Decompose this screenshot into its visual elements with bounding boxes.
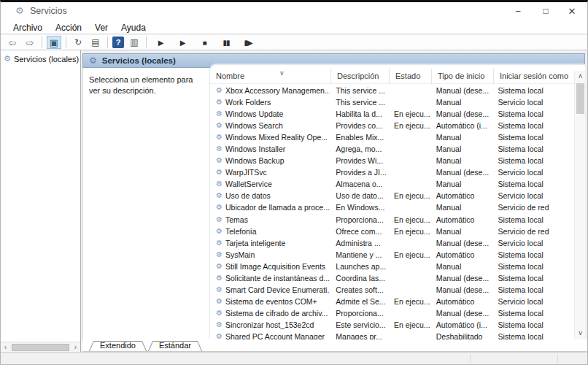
service-description: Ofrece com... — [330, 226, 388, 237]
service-row[interactable]: ⚙Tarjeta inteligenteAdministra ...Manual… — [210, 237, 573, 249]
service-row[interactable]: ⚙TelefoníaOfrece com...En ejecu...Manual… — [210, 226, 573, 237]
vertical-scrollbar-thumb[interactable] — [576, 83, 584, 114]
column-header-label: Estado — [395, 72, 420, 80]
menu-item-ayuda[interactable]: Ayuda — [115, 21, 152, 34]
service-gear-icon: ⚙ — [216, 226, 223, 237]
service-logon: Sistema local — [492, 120, 573, 131]
column-header-4[interactable]: Iniciar sesión como — [493, 69, 575, 84]
tab-extendido[interactable]: Extendido — [88, 340, 147, 351]
horizontal-scrollbar[interactable]: ‹ › — [1, 342, 80, 352]
column-header-0[interactable]: Nombre∨ — [210, 69, 330, 84]
service-startup: Manual — [430, 201, 492, 213]
restart-service-icon[interactable]: ▮▶ — [241, 36, 255, 49]
resume-service-icon[interactable]: ▶ — [175, 36, 190, 49]
service-startup: Manual (dese... — [430, 307, 492, 319]
service-row[interactable]: ⚙Smart Card Device Enumerati...Creates s… — [210, 284, 573, 296]
service-row[interactable]: ⚙Ubicador de llamada a proce...En Window… — [210, 201, 573, 213]
service-row[interactable]: ⚙SysMainMantiene y ...En ejecu...Automát… — [210, 249, 573, 261]
service-gear-icon: ⚙ — [216, 131, 223, 143]
toolbar-separator — [42, 36, 42, 48]
column-header-2[interactable]: Estado — [389, 69, 431, 84]
start-service-icon[interactable]: ▶ — [153, 36, 168, 49]
service-status — [388, 331, 430, 339]
service-gear-icon: ⚙ — [216, 108, 223, 120]
pause-service-icon[interactable]: ▮▮ — [219, 36, 233, 49]
service-startup: Manual (dese... — [430, 85, 492, 96]
service-row[interactable]: ⚙Solicitante de instantáneas d...Coordin… — [210, 272, 573, 284]
service-row[interactable]: ⚙Sistema de cifrado de archiv...Proporci… — [210, 307, 573, 319]
stop-service-icon[interactable]: ■ — [197, 36, 212, 49]
tab-label: Extendido — [100, 341, 136, 350]
tree-item-services-local[interactable]: ⚙ Servicios (locales) — [1, 50, 80, 64]
service-status — [388, 284, 430, 296]
service-row[interactable]: ⚙Windows Mixed Reality Ope...Enables Mix… — [210, 131, 573, 143]
tab-top-border — [93, 341, 142, 342]
close-button[interactable]: ✕ — [560, 2, 584, 20]
horizontal-scrollbar-thumb[interactable] — [12, 344, 69, 351]
service-startup: Manual (dese... — [430, 108, 492, 120]
service-row[interactable]: ⚙Still Image Acquisition EventsLaunches … — [210, 261, 573, 272]
menu-item-accin[interactable]: Acción — [49, 21, 88, 34]
show-action-pane-icon[interactable]: ▥ — [127, 36, 142, 49]
service-description: Provides a JI... — [330, 166, 388, 178]
service-description: Manages pr... — [330, 331, 388, 339]
service-gear-icon: ⚙ — [216, 214, 223, 226]
app-gear-icon: ⚙ — [15, 5, 24, 16]
column-header-3[interactable]: Tipo de inicio — [431, 69, 493, 84]
service-row[interactable]: ⚙Windows InstallerAgrega, mo...ManualSis… — [210, 143, 573, 155]
scroll-left-icon[interactable]: ‹ — [1, 342, 10, 352]
maximize-button[interactable]: □ — [533, 2, 558, 20]
export-list-icon[interactable]: ▤ — [88, 36, 103, 49]
service-description: Creates soft... — [330, 284, 388, 296]
view-tabs: ExtendidoEstándar — [82, 339, 587, 352]
service-logon: Sistema local — [492, 143, 573, 155]
service-status — [388, 178, 430, 190]
service-name-cell: ⚙Smart Card Device Enumerati... — [210, 284, 330, 296]
scroll-down-icon[interactable]: ∨ — [575, 328, 585, 339]
service-row[interactable]: ⚙Windows SearchProvides co...En ejecu...… — [210, 120, 573, 131]
tab-estndar[interactable]: Estándar — [147, 340, 203, 351]
show-console-tree-icon[interactable]: ▣ — [47, 36, 61, 49]
scroll-up-icon[interactable]: ∧ — [575, 71, 585, 82]
service-row[interactable]: ⚙WarpJITSvcProvides a JI...Manual (dese.… — [210, 166, 573, 178]
service-row[interactable]: ⚙WalletServiceAlmacena o...ManualSistema… — [210, 178, 573, 190]
service-name-cell: ⚙Sistema de cifrado de archiv... — [210, 307, 330, 319]
service-status — [388, 155, 430, 166]
service-description: En Windows... — [330, 201, 388, 213]
service-name: Sincronizar host_153e2cd — [225, 319, 314, 331]
service-name: Solicitante de instantáneas d... — [225, 272, 330, 284]
forward-icon[interactable]: ⇨ — [23, 36, 37, 49]
service-row[interactable]: ⚙TemasProporciona...En ejecu...Automátic… — [210, 214, 573, 226]
service-row[interactable]: ⚙Xbox Accessory Managemen...This service… — [210, 85, 573, 96]
service-row[interactable]: ⚙Windows UpdateHabilita la d...En ejecu.… — [210, 108, 573, 120]
service-name: Telefonía — [225, 226, 257, 237]
service-gear-icon: ⚙ — [216, 96, 223, 108]
service-logon: Sistema local — [492, 331, 573, 339]
service-name: Sistema de eventos COM+ — [225, 296, 317, 307]
service-name: Shared PC Account Manager — [225, 331, 325, 339]
service-description: Provides co... — [330, 120, 388, 131]
service-row[interactable]: ⚙Shared PC Account ManagerManages pr...D… — [210, 331, 573, 339]
vertical-scrollbar[interactable]: ∧ ∨ — [574, 71, 585, 339]
service-startup: Automático — [430, 296, 492, 307]
service-row[interactable]: ⚙Windows BackupProvides Wi...ManualSiste… — [210, 155, 573, 166]
refresh-icon[interactable]: ↻ — [71, 36, 85, 49]
service-row[interactable]: ⚙Work FoldersThis service ...ManualServi… — [210, 96, 573, 108]
service-status: En ejecu... — [388, 214, 430, 226]
service-row[interactable]: ⚙Sistema de eventos COM+Admite el Se...E… — [210, 296, 573, 307]
service-row[interactable]: ⚙Uso de datosUso de dato...En ejecu...Au… — [210, 190, 573, 201]
service-gear-icon: ⚙ — [216, 249, 223, 261]
service-gear-icon: ⚙ — [216, 237, 223, 249]
menu-item-ver[interactable]: Ver — [88, 21, 115, 34]
scroll-right-icon[interactable]: › — [71, 342, 80, 352]
back-icon[interactable]: ⇦ — [5, 36, 20, 49]
service-logon: Sistema local — [492, 284, 573, 296]
service-status — [388, 166, 430, 178]
menu-item-archivo[interactable]: Archivo — [7, 21, 49, 34]
toolbar-separator — [146, 36, 147, 48]
minimize-button[interactable]: – — [506, 2, 530, 20]
help-icon[interactable]: ? — [112, 36, 124, 48]
service-name: WalletService — [225, 178, 272, 190]
column-header-1[interactable]: Descripción — [330, 69, 389, 84]
service-row[interactable]: ⚙Sincronizar host_153e2cdEste servicio..… — [210, 319, 573, 331]
